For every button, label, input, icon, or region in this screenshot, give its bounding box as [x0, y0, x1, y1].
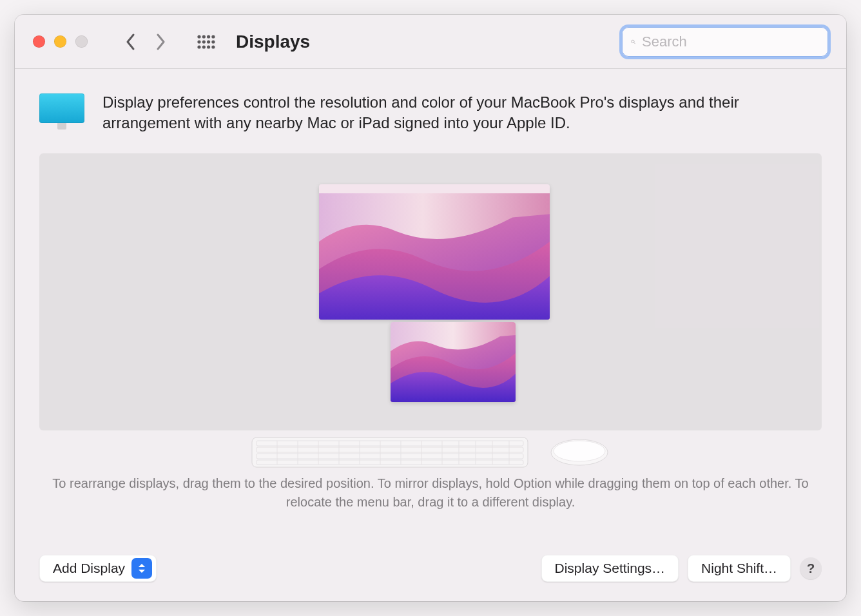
svg-point-10 — [207, 45, 210, 48]
help-button[interactable]: ? — [800, 557, 822, 579]
night-shift-button[interactable]: Night Shift… — [688, 555, 791, 582]
toolbar: Displays — [15, 15, 846, 69]
chevron-right-icon — [155, 33, 166, 51]
intro-text: Display preferences control the resoluti… — [102, 92, 822, 134]
intro-row: Display preferences control the resoluti… — [39, 92, 822, 134]
zoom-window-button[interactable] — [75, 35, 88, 48]
add-display-label: Add Display — [53, 561, 125, 576]
back-button[interactable] — [120, 29, 142, 55]
svg-point-2 — [207, 35, 210, 38]
svg-point-7 — [211, 40, 215, 43]
display-settings-button[interactable]: Display Settings… — [541, 555, 679, 582]
night-shift-label: Night Shift… — [701, 561, 777, 576]
search-field[interactable] — [622, 27, 828, 57]
svg-point-6 — [207, 40, 210, 43]
mouse-icon — [549, 438, 610, 467]
chevron-left-icon — [125, 33, 137, 51]
builtin-display[interactable] — [391, 322, 516, 402]
svg-point-4 — [197, 40, 200, 43]
svg-point-0 — [197, 35, 200, 38]
dropdown-indicator — [131, 558, 152, 579]
forward-button[interactable] — [150, 29, 171, 55]
chevron-down-icon — [138, 568, 146, 573]
svg-point-1 — [202, 35, 206, 38]
display-settings-label: Display Settings… — [555, 561, 666, 576]
arrangement-hint-text: To rearrange displays, drag them to the … — [39, 474, 822, 512]
svg-point-8 — [197, 45, 200, 48]
svg-point-11 — [211, 45, 215, 48]
svg-point-3 — [211, 35, 215, 38]
minimize-window-button[interactable] — [54, 35, 66, 48]
svg-point-5 — [202, 40, 206, 43]
keyboard-icon — [251, 437, 528, 468]
grid-icon — [197, 35, 215, 49]
wallpaper-preview — [319, 193, 550, 320]
search-input[interactable] — [642, 34, 819, 50]
wallpaper-preview — [391, 322, 516, 402]
content-area: Display preferences control the resoluti… — [15, 69, 846, 601]
display-icon — [39, 93, 84, 130]
svg-point-9 — [202, 45, 206, 48]
chevron-up-icon — [138, 563, 146, 568]
peripherals-illustration — [39, 433, 822, 472]
footer: Add Display Display Settings… Night Shif… — [39, 543, 822, 582]
display-arrangement-area[interactable] — [39, 153, 822, 430]
menu-bar-indicator[interactable] — [319, 184, 550, 193]
add-display-button[interactable]: Add Display — [39, 555, 157, 582]
search-icon — [631, 35, 635, 49]
external-display[interactable] — [319, 184, 550, 320]
show-all-button[interactable] — [193, 29, 219, 55]
displays-preferences-window: Displays Display preferences control the… — [15, 15, 846, 601]
close-window-button[interactable] — [33, 35, 45, 48]
svg-point-35 — [554, 441, 605, 461]
window-title: Displays — [236, 32, 310, 52]
svg-line-13 — [634, 43, 635, 44]
window-controls — [33, 35, 88, 48]
